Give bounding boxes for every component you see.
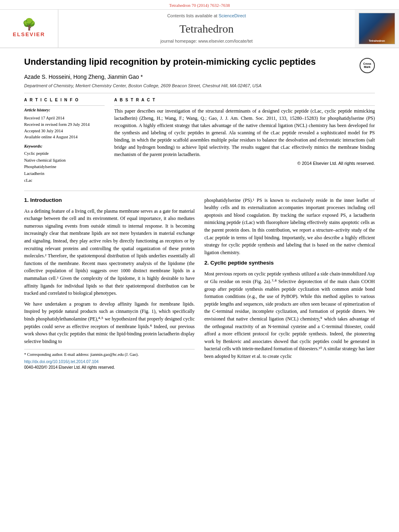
received-revised-date: Received in revised form 29 July 2014 xyxy=(24,121,105,128)
cover-title: Tetrahedron xyxy=(369,39,385,43)
body-two-col: 1. Introduction As a defining feature of… xyxy=(24,197,375,371)
info-divider xyxy=(24,105,105,106)
article-info-column: A R T I C L E I N F O Article history: R… xyxy=(24,97,105,184)
article-title: Understanding lipid recognition by prote… xyxy=(24,56,353,68)
authors-line: Azade S. Hosseini, Hong Zheng, Jianmin G… xyxy=(24,73,375,81)
abstract-divider xyxy=(114,105,375,106)
abstract-heading: A B S T R A C T xyxy=(114,97,375,103)
keyword-2: Native chemical ligation xyxy=(24,157,105,164)
info-abstract-section: A R T I C L E I N F O Article history: R… xyxy=(24,97,375,184)
journal-header: 🌳 ELSEVIER Contents lists available at S… xyxy=(0,10,399,48)
keyword-1: Cyclic peptide xyxy=(24,150,105,157)
contents-label: Contents lists available at xyxy=(167,13,218,18)
divider-1 xyxy=(24,93,375,93)
sciencedirect-anchor[interactable]: ScienceDirect xyxy=(218,13,246,18)
keyword-3: Phosphatidylserine xyxy=(24,164,105,170)
keyword-4: Lactadherin xyxy=(24,170,105,177)
sciencedirect-link[interactable]: Contents lists available at ScienceDirec… xyxy=(167,13,246,19)
journal-homepage: journal homepage: www.elsevier.com/locat… xyxy=(160,38,253,44)
doi-link[interactable]: http://dx.doi.org/10.1016/j.tet.2014.07.… xyxy=(24,359,195,365)
footnote-area: * Corresponding author. E-mail address: … xyxy=(24,349,195,370)
footnote-star: * Corresponding author. E-mail address: … xyxy=(24,352,195,357)
journal-citation: Tetrahedron 70 (2014) 7632–7638 xyxy=(169,3,230,8)
journal-cover-image: Tetrahedron xyxy=(359,13,395,44)
affiliation-line: Department of Chemistry, Merkert Chemist… xyxy=(24,83,375,89)
article-content: Understanding lipid recognition by prote… xyxy=(0,48,399,378)
elsevier-tree-icon: 🌳 xyxy=(22,19,36,30)
journal-name: Tetrahedron xyxy=(179,21,234,37)
elsevier-label: ELSEVIER xyxy=(13,31,45,38)
copyright-line: © 2014 Elsevier Ltd. All rights reserved… xyxy=(114,160,375,166)
abstract-column: A B S T R A C T This paper describes our… xyxy=(114,97,375,184)
crossmark-label: CrossMark xyxy=(363,62,371,69)
intro-paragraph-1: As a defining feature of a living cell, … xyxy=(24,207,195,297)
article-info-heading: A R T I C L E I N F O xyxy=(24,97,105,103)
journal-cover-box: Tetrahedron xyxy=(355,10,399,47)
keywords-label: Keywords: xyxy=(24,144,105,150)
authors-text: Azade S. Hosseini, Hong Zheng, Jianmin G… xyxy=(24,74,143,80)
elsevier-logo-box: 🌳 ELSEVIER xyxy=(0,10,58,47)
abstract-text: This paper describes our investigation o… xyxy=(114,107,375,158)
crossmark-badge[interactable]: CrossMark xyxy=(360,58,375,73)
body-section: 1. Introduction As a defining feature of… xyxy=(24,191,375,371)
intro-paragraph-2: We have undertaken a program to develop … xyxy=(24,300,195,345)
journal-title-area: Contents lists available at ScienceDirec… xyxy=(58,10,355,47)
body-col-left: 1. Introduction As a defining feature of… xyxy=(24,197,195,371)
received-date: Received 17 April 2014 xyxy=(24,115,105,121)
title-row: Understanding lipid recognition by prote… xyxy=(24,56,375,73)
keyword-5: cLac xyxy=(24,177,105,184)
body-col-right: phosphatidylserine (PS).¹ PS is known to… xyxy=(204,197,375,371)
section2-heading: 2. Cyclic peptide synthesis xyxy=(204,259,375,267)
history-label: Article history: xyxy=(24,107,105,113)
section2-text: Most previous reports on cyclic peptide … xyxy=(204,270,375,360)
issn-line: 0040-4020/© 2014 Elsevier Ltd. All right… xyxy=(24,365,195,370)
accepted-date: Accepted 30 July 2014 xyxy=(24,128,105,134)
intro-col2-text: phosphatidylserine (PS).¹ PS is known to… xyxy=(204,197,375,257)
available-online-date: Available online 4 August 2014 xyxy=(24,134,105,140)
intro-heading: 1. Introduction xyxy=(24,197,195,204)
journal-citation-bar: Tetrahedron 70 (2014) 7632–7638 xyxy=(0,0,399,10)
